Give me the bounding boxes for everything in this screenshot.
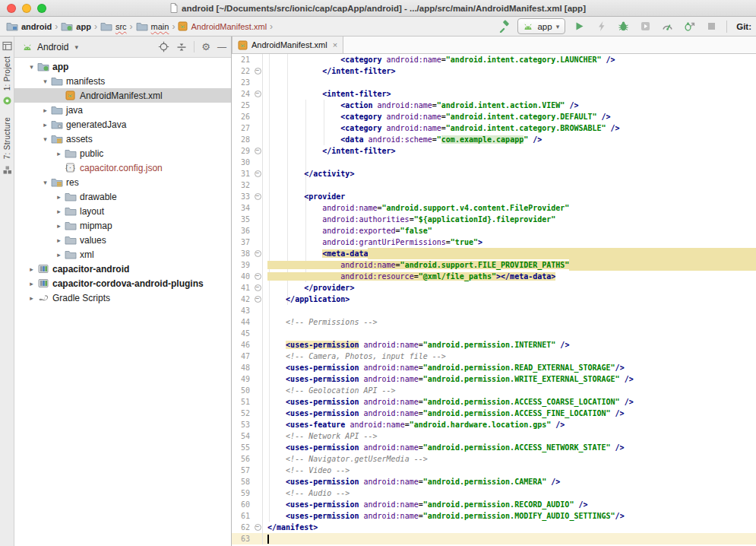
code-line-51[interactable]: 51 <uses-permission android:name="androi… (232, 396, 756, 408)
chevron-expanded-icon[interactable]: ▾ (40, 78, 50, 85)
code-line-60[interactable]: 60 <uses-permission android:name="androi… (232, 499, 756, 510)
code-line-34[interactable]: 34 android:name="android.support.v4.cont… (232, 202, 756, 214)
collapse-all-icon[interactable] (176, 42, 187, 52)
code-line-53[interactable]: 53 <uses-feature android:name="android.h… (232, 419, 756, 430)
tree-item-gradle-scripts[interactable]: ▸Gradle Scripts (14, 290, 231, 305)
fold-toggle-icon[interactable]: − (253, 248, 263, 259)
code-line-52[interactable]: 52 <uses-permission android:name="androi… (232, 408, 756, 419)
tree-item-manifests[interactable]: ▾manifests (14, 74, 231, 88)
tree-item-androidmanifest-xml[interactable]: AndroidManifest.xml (14, 88, 231, 103)
close-window-button[interactable] (7, 4, 16, 13)
code-line-35[interactable]: 35 android:authorities="${applicationId}… (232, 214, 756, 225)
chevron-collapsed-icon[interactable]: ▸ (27, 265, 36, 273)
code-line-36[interactable]: 36 android:exported="false" (232, 225, 756, 236)
code-line-57[interactable]: 57 <!-- Video --> (232, 465, 756, 476)
project-tool-icon[interactable] (2, 40, 13, 52)
code-line-61[interactable]: 61 <uses-permission android:name="androi… (232, 510, 756, 522)
code-line-37[interactable]: 37 android:grantUriPermissions="true"> (232, 236, 756, 248)
code-line-50[interactable]: 50 <!-- Geolocation API --> (232, 385, 756, 396)
git-branch-widget[interactable]: Git: (734, 22, 751, 31)
build-variants-tool-icon[interactable] (2, 164, 13, 176)
code-line-42[interactable]: 42− </application> (232, 294, 756, 305)
tree-item-values[interactable]: ▸values (14, 233, 231, 247)
code-line-55[interactable]: 55 <uses-permission android:name="androi… (232, 442, 756, 453)
debug-button[interactable] (615, 19, 631, 34)
tree-item-layout[interactable]: ▸layout (14, 204, 231, 218)
code-line-41[interactable]: 41− </provider> (232, 282, 756, 294)
code-line-39[interactable]: 39 android:name="android.support.FILE_PR… (232, 259, 756, 271)
profiler-button[interactable] (659, 19, 675, 34)
fold-toggle-icon[interactable]: − (253, 65, 263, 77)
code-line-22[interactable]: 22− </intent-filter> (232, 65, 756, 77)
code-line-54[interactable]: 54 <!-- Network API --> (232, 430, 756, 442)
locate-file-icon[interactable] (158, 41, 169, 52)
tree-item-capacitor-config-json[interactable]: {·}capacitor.config.json (14, 160, 231, 175)
tree-item-xml[interactable]: ▸xml (14, 247, 231, 262)
build-hammer-button[interactable] (495, 19, 512, 34)
attach-debugger-button[interactable] (681, 19, 697, 34)
tree-item-app[interactable]: ▾app (14, 59, 231, 74)
tree-item-mipmap[interactable]: ▸mipmap (14, 218, 231, 233)
fold-toggle-icon[interactable]: − (253, 294, 263, 305)
code-line-44[interactable]: 44 <!-- Permissions --> (232, 316, 756, 328)
code-line-28[interactable]: 28 <data android:scheme="com.example.cap… (232, 134, 756, 145)
captures-tool-icon[interactable] (2, 95, 13, 106)
fold-toggle-icon[interactable]: − (253, 522, 263, 533)
code-line-33[interactable]: 33− <provider (232, 191, 756, 202)
chevron-collapsed-icon[interactable]: ▸ (54, 193, 64, 201)
code-line-59[interactable]: 59 <!-- Audio --> (232, 487, 756, 499)
tool-button-project[interactable]: 1: Project (3, 56, 11, 90)
code-line-46[interactable]: 46 <uses-permission android:name="androi… (232, 339, 756, 351)
chevron-expanded-icon[interactable]: ▾ (40, 135, 50, 143)
chevron-collapsed-icon[interactable]: ▸ (54, 222, 64, 230)
code-line-23[interactable]: 23 (232, 77, 756, 88)
run-button[interactable] (571, 19, 587, 34)
code-line-30[interactable]: 30 (232, 157, 756, 168)
code-line-48[interactable]: 48 <uses-permission android:name="androi… (232, 362, 756, 373)
tree-item-drawable[interactable]: ▸drawable (14, 189, 231, 204)
tree-item-capacitor-cordova-android-plugins[interactable]: ▸capacitor-cordova-android-plugins (14, 276, 231, 290)
code-line-47[interactable]: 47 <!-- Camera, Photos, input file --> (232, 351, 756, 362)
fold-toggle-icon[interactable]: − (253, 282, 263, 294)
close-icon[interactable]: × (331, 40, 337, 49)
code-line-45[interactable]: 45 (232, 328, 756, 339)
breadcrumb-item-main[interactable]: main (136, 21, 169, 31)
code-line-63[interactable]: 63 (232, 533, 756, 544)
tree-item-java[interactable]: ▸java (14, 103, 231, 117)
tree-item-capacitor-android[interactable]: ▸capacitor-android (14, 262, 231, 276)
chevron-collapsed-icon[interactable]: ▸ (27, 280, 36, 287)
breadcrumb-item-app[interactable]: app (61, 21, 91, 31)
apply-changes-button[interactable] (593, 19, 609, 34)
tab-androidmanifest[interactable]: AndroidManifest.xml × (232, 36, 343, 53)
fold-toggle-icon[interactable]: − (253, 191, 263, 202)
code-line-29[interactable]: 29− </intent-filter> (232, 145, 756, 157)
project-view-selector[interactable]: Android ▾ (22, 42, 158, 52)
chevron-expanded-icon[interactable]: ▾ (27, 63, 36, 71)
fold-toggle-icon[interactable]: − (253, 168, 263, 179)
chevron-collapsed-icon[interactable]: ▸ (40, 106, 50, 114)
tree-item-assets[interactable]: ▾assets (14, 132, 231, 146)
chevron-collapsed-icon[interactable]: ▸ (54, 236, 64, 244)
code-line-21[interactable]: 21 <category android:name="android.inten… (232, 54, 756, 65)
code-line-38[interactable]: 38− <meta-data (232, 248, 756, 259)
run-configuration-select[interactable]: app▾ (517, 18, 565, 34)
code-line-49[interactable]: 49 <uses-permission android:name="androi… (232, 373, 756, 385)
fold-toggle-icon[interactable]: − (253, 88, 263, 100)
chevron-collapsed-icon[interactable]: ▸ (27, 294, 36, 302)
code-line-27[interactable]: 27 <category android:name="android.inten… (232, 122, 756, 134)
tree-item-res[interactable]: ▾res (14, 175, 231, 189)
code-editor[interactable]: 21 <category android:name="android.inten… (232, 54, 756, 546)
code-line-32[interactable]: 32 (232, 179, 756, 191)
zoom-window-button[interactable] (37, 4, 46, 13)
code-line-26[interactable]: 26 <category android:name="android.inten… (232, 111, 756, 122)
breadcrumb-item-android[interactable]: android (6, 21, 52, 31)
fold-toggle-icon[interactable]: − (253, 271, 263, 282)
run-with-coverage-button[interactable] (637, 19, 653, 34)
tool-button-structure[interactable]: 7: Structure (3, 117, 11, 159)
stop-button[interactable] (703, 19, 720, 34)
code-line-43[interactable]: 43 (232, 305, 756, 316)
code-line-56[interactable]: 56 <!-- Navigator.getUserMedia --> (232, 453, 756, 465)
code-line-31[interactable]: 31− </activity> (232, 168, 756, 179)
code-line-58[interactable]: 58 <uses-permission android:name="androi… (232, 476, 756, 487)
tree-item-generatedjava[interactable]: ▸generatedJava (14, 117, 231, 132)
